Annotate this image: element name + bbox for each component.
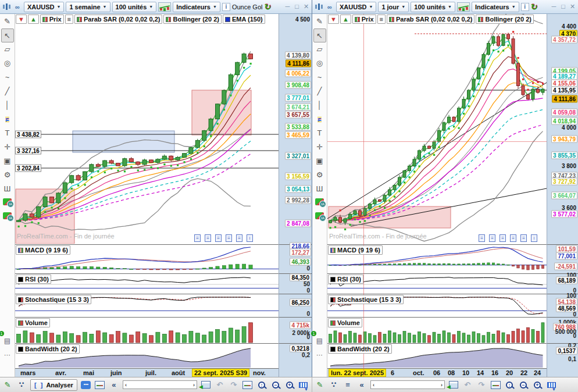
redo-button[interactable]: ↷ (476, 379, 487, 391)
analyser-button[interactable]: [ ]Analyser (30, 379, 77, 391)
chart-layout-icon[interactable]: ≡ (236, 234, 242, 242)
timeframe-dropdown[interactable]: 1 semaine▼ (66, 2, 110, 12)
tool-duplicate[interactable]: ▣ (1, 154, 14, 168)
zoom-out-button[interactable]: − (270, 379, 281, 391)
indicators-dropdown[interactable]: Indicateurs▼ (173, 2, 220, 12)
info-icon[interactable]: i (521, 3, 529, 11)
pane-label-chip[interactable]: BandWidth (20 2) (328, 344, 392, 354)
link-windows-icon[interactable]: ∞ (13, 2, 22, 12)
tool-settings[interactable]: ⚙ (313, 168, 326, 182)
chart-area[interactable]: ▼▲Prix≡Parab SAR (0,02 0,02 0,2)Bollinge… (15, 14, 279, 377)
main-pane[interactable]: ▼▲Prix≡Parab SAR (0,02 0,02 0,2)Bollinge… (327, 14, 547, 244)
price-axis[interactable]: 4 4004 3704 357,724 199,054 189,274 155,… (547, 14, 578, 377)
zoom-in-button[interactable]: + (532, 379, 543, 391)
rsi-pane[interactable]: RSI (30) (327, 273, 547, 294)
pane-label-chip[interactable]: Stochastique (15 3 3) (328, 295, 404, 304)
tool-text[interactable]: T (313, 126, 326, 140)
pane-label-chip[interactable]: RSI (30) (16, 275, 51, 284)
units-dropdown[interactable]: 100 unités▼ (112, 2, 157, 12)
layer-page-button[interactable]: ▤ (1, 334, 14, 348)
candlestick-style-icon[interactable] (314, 2, 323, 12)
macd-pane[interactable]: MACD (9 19 6) (15, 244, 279, 273)
draw-mode-button[interactable]: ✎ (2, 379, 13, 391)
chart-layout-icon[interactable]: ≡ (226, 234, 232, 242)
columns-scroll-button[interactable] (546, 379, 556, 391)
chart-info-icon[interactable]: i (247, 234, 253, 242)
units-dropdown[interactable]: 100 unités▼ (411, 2, 455, 12)
legend-item[interactable]: Parab SAR (0,02 0,02 0,2) (74, 15, 162, 24)
draw-mode-button[interactable]: ✎ (315, 379, 325, 391)
legend-item[interactable]: Prix (352, 15, 376, 24)
goto-date-button[interactable] (201, 379, 211, 391)
close-button[interactable]: ✕ (569, 3, 576, 10)
volume-chart-canvas[interactable] (15, 318, 279, 343)
chart-info-icon[interactable]: i (531, 234, 537, 242)
pane-label-chip[interactable]: RSI (30) (328, 275, 363, 284)
tool-select[interactable]: ↖ (1, 28, 14, 42)
tool-trend-line[interactable]: ╱ (1, 84, 14, 98)
chart-layout-icon[interactable]: ≡ (489, 234, 495, 242)
layer-page-button[interactable]: ▤ (313, 334, 326, 348)
tool-delete[interactable]: Ш (313, 182, 326, 196)
chart-settings-button[interactable] (242, 379, 253, 391)
tool-measure[interactable]: ~ (1, 70, 14, 84)
symbol-dropdown[interactable]: XAUUSD▼ (336, 2, 376, 12)
tool-select[interactable]: ↖ (313, 28, 326, 42)
chart-layout-icon[interactable]: ≡ (205, 234, 211, 242)
symbol-dropdown[interactable]: XAUUSD▼ (24, 2, 64, 12)
chart-layout-icon[interactable]: ≡ (520, 234, 527, 242)
chart-layout-icon[interactable]: ≡ (510, 234, 516, 242)
tool-delete[interactable]: Ш (1, 182, 14, 196)
legend-item[interactable]: Bollinger (20 2) (476, 15, 533, 24)
more-options-button[interactable]: ⋯ (1, 348, 14, 362)
rsi-chart-canvas[interactable] (15, 274, 279, 294)
legend-list-button[interactable]: ≡ (65, 15, 73, 24)
tool-settings[interactable]: ⚙ (1, 168, 14, 182)
share-button[interactable]: ∵ (329, 379, 339, 391)
time-scrollbar[interactable]: ‹› (370, 380, 445, 389)
link-windows-icon[interactable]: ∞ (325, 2, 334, 12)
pane-label-chip[interactable]: Stochastique (15 3 3) (16, 295, 91, 304)
chat-button[interactable]: ••• (81, 379, 91, 391)
zoom-in-button[interactable]: + (284, 379, 295, 391)
legend-arrow-up[interactable]: ▲ (28, 15, 39, 24)
price-axis[interactable]: 4 5004 139,804 111,864 006,223 908,483 7… (279, 14, 312, 377)
info-icon[interactable]: i (222, 3, 230, 11)
zoom-fit-button[interactable]: ↕ (256, 379, 267, 391)
undo-button[interactable]: ↶ (462, 379, 473, 391)
tool-draw[interactable]: ✎ (313, 15, 326, 28)
close-button[interactable]: ✕ (302, 3, 310, 10)
refresh-icon[interactable]: ↻ (265, 2, 272, 12)
candlestick-style-icon[interactable] (2, 2, 11, 12)
indicators-dropdown[interactable]: Indicateurs▼ (472, 2, 519, 12)
tool-ia-signal-up[interactable] (1, 196, 14, 210)
zoom-fit-button[interactable]: ↕ (504, 379, 515, 391)
scroll-left-arrow[interactable]: ‹ (373, 382, 374, 388)
bw-pane[interactable]: BandWidth (20 2) (15, 343, 279, 368)
chart-area[interactable]: ▼▲Prix≡Parab SAR (0,02 0,02 0,2)Bollinge… (327, 14, 547, 377)
legend-item[interactable]: Parab SAR (0,02 0,02 0,2) (387, 15, 474, 24)
main-pane[interactable]: ▼▲Prix≡Parab SAR (0,02 0,02 0,2)Bollinge… (15, 14, 279, 244)
tool-duplicate[interactable]: ▣ (313, 154, 326, 168)
legend-arrow-down[interactable]: ▼ (328, 15, 339, 24)
tool-vertical-line[interactable]: │ (1, 98, 14, 112)
share-button[interactable]: ∵ (16, 379, 27, 391)
legend-item[interactable]: Prix (40, 15, 64, 24)
goto-date-button[interactable] (448, 379, 459, 391)
tool-move[interactable]: ✛ (313, 140, 326, 154)
scroll-right-arrow[interactable]: › (193, 382, 195, 388)
tool-zoom[interactable]: ◎ (313, 56, 326, 70)
macd-pane[interactable]: MACD (9 19 6) (327, 244, 547, 273)
tool-move[interactable]: ✛ (1, 140, 14, 154)
legend-item[interactable]: Bollinger (20 2) (163, 15, 221, 24)
scroll-left-arrow[interactable]: ‹ (125, 382, 127, 388)
tool-fibonacci[interactable]: F (1, 112, 14, 126)
price-chart-canvas[interactable] (327, 14, 547, 244)
tool-fibonacci[interactable]: F (313, 112, 326, 126)
minimize-button[interactable]: ─ (284, 3, 291, 10)
tool-ia-signal-down[interactable] (313, 210, 326, 224)
refresh-icon[interactable]: ↻ (531, 2, 538, 12)
scroll-right-arrow[interactable]: › (441, 382, 443, 388)
chart-settings-button[interactable] (490, 379, 501, 391)
pane-label-chip[interactable]: MACD (9 19 6) (16, 245, 70, 255)
